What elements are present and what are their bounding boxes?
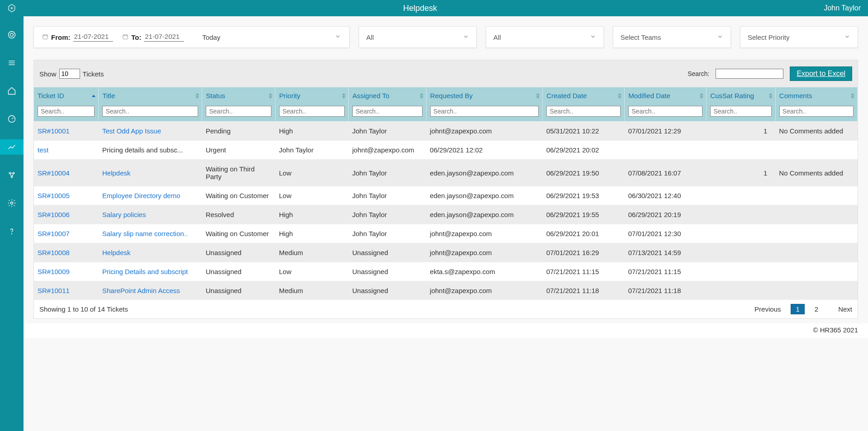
table-row: SR#10009Pricing Details and subscriptUna… [34, 262, 858, 281]
tickets-panel: Show Tickets Search: Export to Excel Tic… [33, 60, 858, 319]
cell-assigned_to: Unassigned [349, 243, 427, 262]
column-search-title[interactable] [102, 106, 198, 117]
cell-priority: High [275, 224, 349, 243]
column-header-title[interactable]: Title [99, 87, 202, 104]
cell-comments [775, 205, 857, 224]
svg-marker-29 [536, 93, 540, 95]
sidebar-item-home[interactable] [0, 83, 24, 99]
cell-ticket_id[interactable]: SR#10009 [34, 262, 99, 281]
pager-page-1[interactable]: 1 [791, 304, 804, 314]
column-header-created_date[interactable]: Created Date [543, 87, 625, 104]
column-header-ticket_id[interactable]: Ticket ID [34, 87, 99, 104]
cell-status: Waiting on Customer [202, 224, 275, 243]
page-size-input[interactable] [59, 69, 80, 79]
cell-ticket_id[interactable]: SR#10007 [34, 224, 99, 243]
svg-marker-34 [700, 96, 703, 99]
show-label: Show [39, 70, 57, 78]
sidebar-item-help[interactable] [0, 223, 24, 239]
column-search-status[interactable] [206, 106, 271, 117]
sidebar-item-logo[interactable] [0, 27, 24, 43]
cell-requested_by: eden.jayson@zapexpo.com [426, 205, 542, 224]
column-search-ticket_id[interactable] [38, 106, 95, 117]
cell-status: Unassigned [202, 262, 275, 281]
sidebar-item-reports[interactable] [0, 139, 24, 155]
column-header-assigned_to[interactable]: Assigned To [349, 87, 427, 104]
sidebar-item-settings[interactable] [0, 195, 24, 211]
cell-title[interactable]: Helpdesk [99, 160, 202, 186]
cell-ticket_id[interactable]: SR#10008 [34, 243, 99, 262]
column-search-modified_date[interactable] [628, 106, 702, 117]
cell-comments [775, 262, 857, 281]
cell-created_date: 07/21/2021 11:18 [543, 281, 625, 300]
cell-cussat [707, 141, 775, 160]
pager-previous[interactable]: Previous [754, 305, 781, 313]
filter-select-teams[interactable]: Select Teams [613, 26, 731, 48]
svg-marker-31 [618, 93, 621, 95]
column-header-comments[interactable]: Comments [775, 87, 857, 104]
cell-cussat: 1 [707, 160, 775, 186]
svg-point-10 [11, 202, 13, 204]
column-search-requested_by[interactable] [430, 106, 539, 117]
current-user[interactable]: John Taylor [824, 4, 861, 12]
column-search-comments[interactable] [779, 106, 854, 117]
column-search-priority[interactable] [279, 106, 345, 117]
svg-point-7 [9, 172, 10, 174]
cell-title[interactable]: SharePoint Admin Access [99, 281, 202, 300]
column-search-created_date[interactable] [546, 106, 621, 117]
pager-page-2[interactable]: 2 [815, 305, 818, 313]
date-preset-select[interactable]: Today [193, 33, 341, 41]
from-date-field[interactable]: From: 21-07-2021 [42, 33, 113, 42]
sidebar-item-dashboard[interactable] [0, 111, 24, 127]
column-header-modified_date[interactable]: Modified Date [625, 87, 707, 104]
cell-ticket_id[interactable]: SR#10006 [34, 205, 99, 224]
filter-select-1[interactable]: All [359, 26, 477, 48]
cell-title[interactable]: Helpdesk [99, 243, 202, 262]
tickets-table: Ticket IDTitleStatusPriorityAssigned ToR… [34, 87, 858, 300]
pager-next[interactable]: Next [838, 305, 852, 313]
main-content: From: 21-07-2021 To: 21-07-2021 Today Al… [24, 16, 868, 431]
cell-title[interactable]: Pricing Details and subscript [99, 262, 202, 281]
global-search-input[interactable] [716, 69, 783, 79]
to-date-field[interactable]: To: 21-07-2021 [122, 33, 184, 42]
export-excel-button[interactable]: Export to Excel [790, 66, 852, 81]
sidebar-item-menu[interactable] [0, 55, 24, 71]
panel-toolbar: Show Tickets Search: Export to Excel [34, 60, 858, 87]
cell-ticket_id[interactable]: test [34, 141, 99, 160]
calendar-icon [42, 33, 48, 41]
cell-cussat [707, 205, 775, 224]
sidebar-item-config[interactable] [0, 167, 24, 183]
svg-marker-25 [342, 93, 346, 95]
cell-title[interactable]: Salary slip name correction.. [99, 224, 202, 243]
app-logo-icon [7, 4, 16, 13]
column-header-requested_by[interactable]: Requested By [426, 87, 542, 104]
cell-priority: High [275, 122, 349, 141]
column-header-cussat[interactable]: CusSat Rating [707, 87, 775, 104]
cell-ticket_id[interactable]: SR#10004 [34, 160, 99, 186]
cell-status: Urgent [202, 141, 275, 160]
filter-bar: From: 21-07-2021 To: 21-07-2021 Today Al… [24, 16, 868, 52]
cell-ticket_id[interactable]: SR#10001 [34, 122, 99, 141]
cell-comments [775, 281, 857, 300]
page-title: Helpdesk [16, 4, 824, 13]
filter-select-2[interactable]: All [486, 26, 604, 48]
cell-assigned_to: John Taylor [349, 224, 427, 243]
table-row: SR#10008HelpdeskUnassignedMediumUnassign… [34, 243, 858, 262]
cell-modified_date: 07/21/2021 11:18 [625, 281, 707, 300]
column-search-assigned_to[interactable] [352, 106, 422, 117]
column-search-cussat[interactable] [710, 106, 771, 117]
cell-ticket_id[interactable]: SR#10011 [34, 281, 99, 300]
filter-select-priority[interactable]: Select Priority [740, 26, 858, 48]
cell-priority: High [275, 205, 349, 224]
cell-title[interactable]: Salary policies [99, 205, 202, 224]
cell-ticket_id[interactable]: SR#10005 [34, 186, 99, 205]
cell-created_date: 06/29/2021 20:01 [543, 224, 625, 243]
cell-title[interactable]: Test Odd App Issue [99, 122, 202, 141]
column-header-priority[interactable]: Priority [275, 87, 349, 104]
svg-marker-27 [420, 93, 423, 95]
cell-modified_date: 07/08/2021 16:07 [625, 160, 707, 186]
cell-status: Unassigned [202, 281, 275, 300]
cell-created_date: 06/29/2021 20:02 [543, 141, 625, 160]
column-header-status[interactable]: Status [202, 87, 275, 104]
cell-cussat [707, 281, 775, 300]
cell-title[interactable]: Employee Directory demo [99, 186, 202, 205]
